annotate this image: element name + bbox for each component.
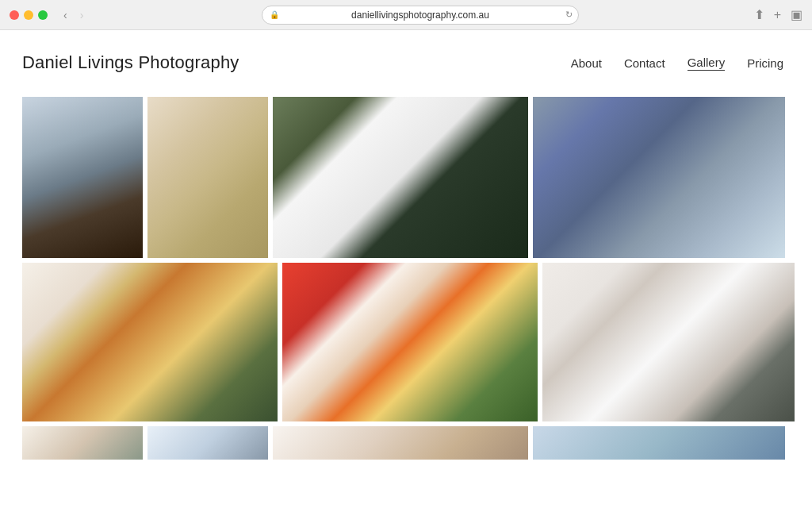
photo-gallery [0,89,812,480]
photo-row3-2 [147,426,268,460]
photo-ceremony-audience [533,97,785,258]
gallery-row-3 [22,426,790,460]
gallery-item[interactable] [147,426,268,460]
gallery-item[interactable] [147,97,268,258]
photo-bouquet-hold [22,263,278,421]
nav-pricing[interactable]: Pricing [747,56,783,70]
gallery-item[interactable] [22,97,143,258]
photo-row3-3 [273,426,528,460]
window-maximize-button[interactable] [38,10,48,20]
browser-sidebar-button[interactable]: ▣ [791,7,802,22]
photo-bride-back [542,263,795,421]
gallery-item[interactable] [22,263,278,421]
gallery-item[interactable] [533,97,785,258]
refresh-icon[interactable]: ↻ [565,10,573,20]
nav-gallery[interactable]: Gallery [688,56,726,71]
website-content: Daniel Livings Photography About Contact… [0,30,812,508]
gallery-row-1 [22,97,790,258]
window-minimize-button[interactable] [24,10,33,20]
window-close-button[interactable] [10,10,19,20]
site-header: Daniel Livings Photography About Contact… [0,30,812,89]
gallery-item[interactable] [542,263,795,421]
photo-row3-4 [533,426,785,460]
nav-contact[interactable]: Contact [624,56,665,70]
browser-chrome: ‹ › 🔒 ↻ ⬆ + ▣ [0,0,812,30]
browser-new-tab-button[interactable]: + [774,8,781,22]
browser-action-buttons: ⬆ + ▣ [754,7,802,22]
photo-couple-rocks [22,97,143,258]
url-input[interactable] [262,6,579,25]
gallery-row-2 [22,263,790,421]
browser-window-controls [10,10,48,20]
photo-rings [147,97,268,258]
browser-forward-button[interactable]: › [77,7,87,23]
gallery-item[interactable] [282,263,538,421]
photo-flowers-closeup [282,263,538,421]
site-title: Daniel Livings Photography [22,52,239,73]
browser-navigation: ‹ › [60,7,86,23]
photo-row3-1 [22,426,143,460]
nav-about[interactable]: About [571,56,602,70]
browser-back-button[interactable]: ‹ [60,7,71,23]
browser-address-bar: 🔒 ↻ [109,6,731,25]
gallery-item[interactable] [22,426,143,460]
gallery-item[interactable] [273,426,528,460]
gallery-item[interactable] [273,97,528,258]
photo-groom [273,97,528,258]
site-navigation: About Contact Gallery Pricing [571,56,783,71]
security-lock-icon: 🔒 [270,10,279,19]
browser-share-button[interactable]: ⬆ [754,7,764,22]
gallery-item[interactable] [533,426,785,460]
